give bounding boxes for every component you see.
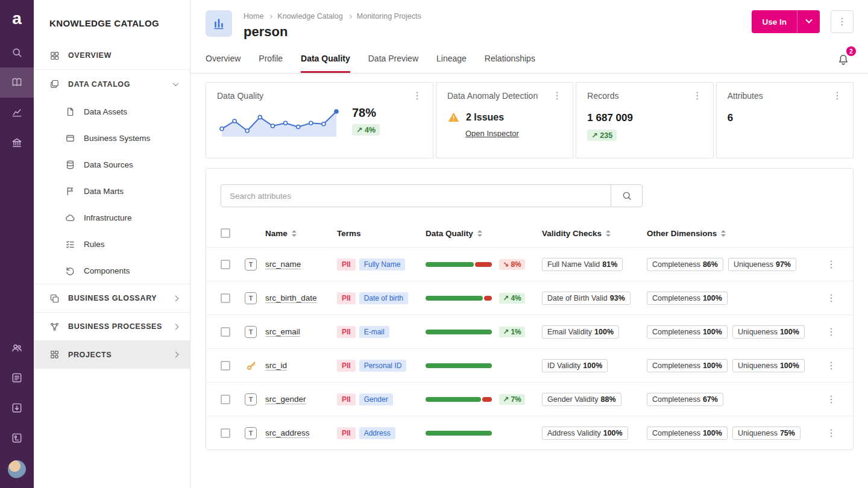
row-menu-button[interactable] — [826, 260, 838, 269]
attribute-name-link[interactable]: src_birth_date — [265, 293, 337, 302]
use-in-button[interactable]: Use In — [752, 10, 797, 33]
term-chip[interactable]: Address — [359, 427, 395, 439]
tab-data-preview[interactable]: Data Preview — [368, 46, 418, 73]
term-chip[interactable]: Fully Name — [359, 258, 406, 271]
sidebar-item-business-processes[interactable]: BUSINESS PROCESSES — [34, 312, 190, 340]
attribute-name-link[interactable]: src_id — [265, 361, 337, 370]
row-menu-button[interactable] — [826, 395, 838, 404]
tab-overview[interactable]: Overview — [206, 46, 241, 73]
sidebar-item-data-sources[interactable]: Data Sources — [34, 151, 190, 178]
row-menu-button[interactable] — [826, 327, 838, 337]
column-label-validity-checks: Validity Checks — [542, 229, 602, 238]
rail-tasks-icon[interactable] — [0, 363, 34, 393]
row-checkbox[interactable] — [221, 428, 230, 438]
attribute-name-link[interactable]: src_email — [265, 327, 337, 336]
rail-organization-icon[interactable] — [0, 128, 34, 158]
sidebar-item-business-glossary[interactable]: BUSINESS GLOSSARY — [34, 284, 190, 312]
sidebar-item-data-catalog[interactable]: DATA CATALOG — [34, 70, 190, 98]
card-menu-button[interactable] — [412, 91, 422, 101]
pii-chip[interactable]: PII — [337, 360, 356, 372]
sort-dimensions-control[interactable] — [721, 230, 726, 237]
rail-monitoring-icon[interactable] — [0, 98, 34, 128]
rail-search-icon[interactable] — [0, 37, 34, 67]
row-checkbox[interactable] — [221, 395, 230, 404]
tab-profile[interactable]: Profile — [259, 46, 283, 73]
breadcrumb-home[interactable]: Home — [244, 12, 263, 20]
chevron-down-icon — [805, 17, 812, 23]
card-menu-button[interactable] — [832, 91, 842, 101]
dq-trend-badge: ↗ 4% — [352, 124, 380, 136]
card-menu-button[interactable] — [552, 91, 562, 101]
table-row: src_gender PII Gender ↗ 7% Gender Validi… — [206, 382, 853, 416]
term-chip[interactable]: Date of birth — [359, 292, 408, 304]
pii-chip[interactable]: PII — [337, 393, 356, 405]
tab-relationships[interactable]: Relationships — [485, 46, 535, 73]
pii-chip[interactable]: PII — [337, 292, 356, 304]
sort-name-control[interactable] — [292, 230, 297, 237]
pii-chip[interactable]: PII — [337, 258, 356, 271]
page-title: person — [244, 24, 421, 40]
use-in-dropdown-button[interactable] — [797, 10, 820, 33]
pii-chip[interactable]: PII — [337, 326, 356, 338]
text-type-icon — [245, 292, 257, 304]
trend-badge: ↗ 1% — [499, 327, 525, 337]
validity-chip: ID Validity100% — [542, 359, 608, 372]
data-quality-bar — [426, 397, 492, 402]
rail-import-icon[interactable] — [0, 393, 34, 423]
sidebar-item-data-marts[interactable]: Data Marts — [34, 178, 190, 204]
select-all-checkbox[interactable] — [221, 228, 230, 238]
row-menu-button[interactable] — [826, 428, 838, 438]
sort-data-quality-control[interactable] — [477, 230, 482, 237]
card-menu-button[interactable] — [693, 91, 702, 101]
sidebar-item-infrastructure[interactable]: Infrastructure — [34, 204, 190, 231]
rail-users-icon[interactable] — [0, 333, 34, 363]
search-button[interactable] — [611, 184, 643, 207]
term-chip[interactable]: Personal ID — [359, 360, 407, 372]
breadcrumb-monitoring-projects[interactable]: Monitoring Projects — [357, 12, 421, 20]
sort-validity-control[interactable] — [606, 230, 611, 237]
dimension-chip: Completeness100% — [647, 292, 728, 305]
row-menu-button[interactable] — [826, 361, 838, 371]
data-quality-bar — [426, 296, 492, 301]
sidebar-item-data-assets[interactable]: Data Assets — [34, 98, 190, 125]
dimension-chip: Uniqueness75% — [732, 427, 800, 440]
sidebar-item-rules[interactable]: Rules — [34, 231, 190, 257]
row-checkbox[interactable] — [221, 327, 230, 337]
use-in-split-button: Use In — [752, 10, 820, 33]
trend-badge: ↗ 4% — [499, 293, 525, 304]
term-chip[interactable]: Gender — [359, 393, 393, 405]
sidebar-item-overview[interactable]: OVERVIEW — [34, 42, 190, 70]
row-checkbox[interactable] — [221, 361, 230, 371]
flow-icon — [49, 322, 60, 332]
page-menu-button[interactable] — [831, 10, 854, 33]
user-avatar[interactable] — [8, 460, 26, 478]
term-chip[interactable]: E-mail — [359, 326, 389, 338]
primary-key-icon — [245, 359, 258, 372]
grid-icon — [49, 51, 60, 61]
row-checkbox[interactable] — [221, 260, 230, 269]
breadcrumb-knowledge-catalog[interactable]: Knowledge Catalog — [277, 12, 342, 20]
attribute-name-link[interactable]: src_gender — [265, 395, 337, 404]
notifications-button[interactable]: 2 — [837, 46, 854, 73]
pii-chip[interactable]: PII — [337, 427, 356, 439]
sidebar-item-components[interactable]: Components — [34, 257, 190, 284]
data-quality-bar — [426, 262, 492, 267]
open-inspector-link[interactable]: Open Inspector — [465, 129, 519, 138]
attribute-name-link[interactable]: src_address — [265, 428, 337, 437]
records-card: Records 1 687 009 ↗ 235 — [576, 82, 713, 158]
row-checkbox[interactable] — [221, 293, 230, 303]
attribute-name-link[interactable]: src_name — [265, 260, 337, 269]
sidebar-item-label: Data Sources — [84, 160, 133, 169]
rail-integrations-icon[interactable] — [0, 423, 34, 453]
dq-value: 78% — [352, 106, 376, 120]
row-menu-button[interactable] — [826, 293, 838, 303]
table-row: src_birth_date PII Date of birth ↗ 4% Da… — [206, 281, 853, 314]
sidebar-item-projects[interactable]: PROJECTS — [34, 340, 190, 369]
tab-data-quality[interactable]: Data Quality — [301, 46, 350, 73]
sidebar-item-business-systems[interactable]: Business Systems — [34, 125, 190, 151]
search-input[interactable] — [221, 184, 611, 207]
app-rail: a — [0, 0, 34, 488]
rail-catalog-icon[interactable] — [0, 67, 34, 98]
records-trend-badge: ↗ 235 — [587, 130, 617, 141]
tab-lineage[interactable]: Lineage — [436, 46, 467, 73]
